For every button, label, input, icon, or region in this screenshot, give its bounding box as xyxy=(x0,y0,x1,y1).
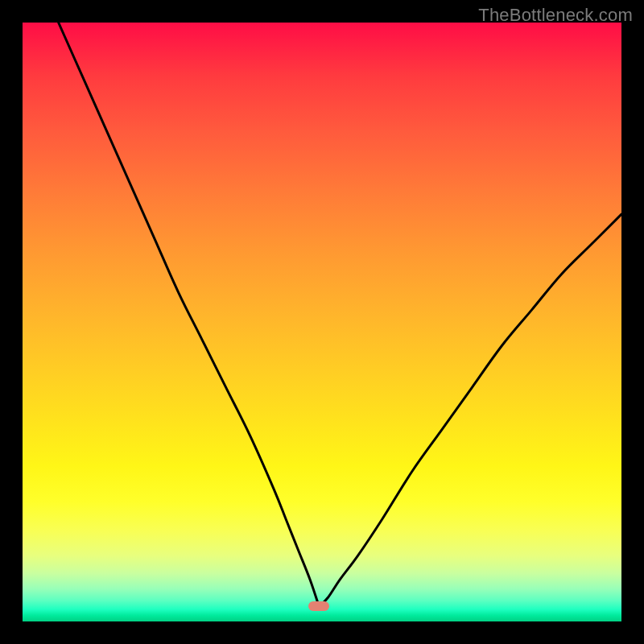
chart-frame: TheBottleneck.com xyxy=(0,0,644,644)
plot-area xyxy=(23,23,621,621)
bottleneck-curve xyxy=(23,23,621,621)
optimum-marker-icon xyxy=(308,601,329,611)
curve-path xyxy=(59,23,621,606)
